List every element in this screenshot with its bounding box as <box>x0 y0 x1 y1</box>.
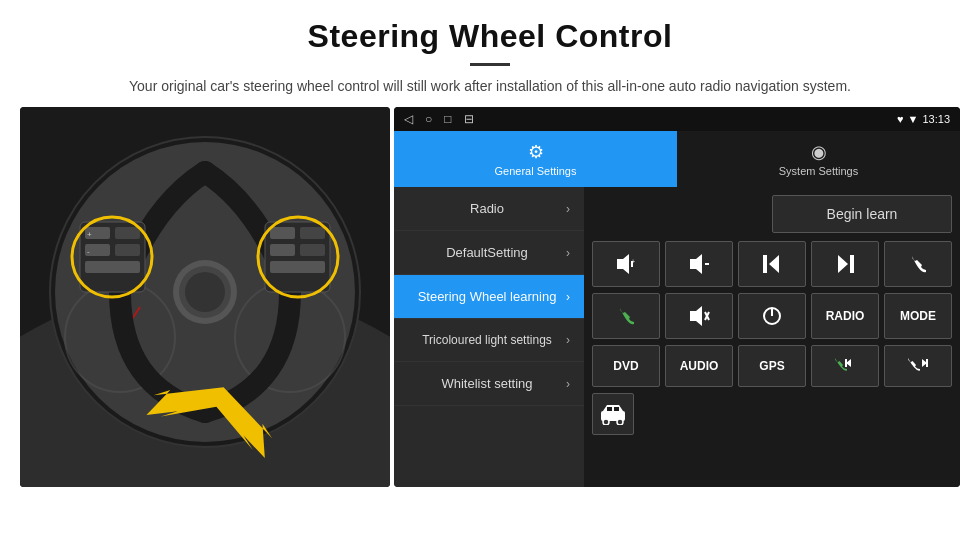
svg-rect-15 <box>85 261 140 273</box>
answer-button[interactable] <box>592 293 660 339</box>
tab-general-settings[interactable]: ⚙ General Settings <box>394 131 677 187</box>
svg-marker-34 <box>838 255 848 273</box>
nav-item-radio[interactable]: Radio › <box>394 187 584 231</box>
recents-icon: □ <box>444 112 451 126</box>
power-button[interactable] <box>738 293 806 339</box>
control-row-2: RADIO MODE <box>592 293 952 339</box>
audio-button[interactable]: AUDIO <box>665 345 733 387</box>
next-track-button[interactable] <box>811 241 879 287</box>
status-bar: ◁ ○ □ ⊟ ♥ ▼ 13:13 <box>394 107 960 131</box>
vol-down-button[interactable] <box>665 241 733 287</box>
home-icon: ○ <box>425 112 432 126</box>
svg-text:+: + <box>87 230 92 239</box>
prev-track-button[interactable] <box>738 241 806 287</box>
control-panel: Begin learn + <box>584 187 960 487</box>
tab-system-settings[interactable]: ◉ System Settings <box>677 131 960 187</box>
nav-item-steering[interactable]: Steering Wheel learning › <box>394 275 584 319</box>
gps-label: GPS <box>759 359 784 373</box>
nav-item-whitelist[interactable]: Whitelist setting › <box>394 362 584 406</box>
menu-icon: ⊟ <box>464 112 474 126</box>
time-display: 13:13 <box>922 113 950 125</box>
begin-learn-button[interactable]: Begin learn <box>772 195 952 233</box>
svg-rect-20 <box>300 227 325 239</box>
phone-next-button[interactable] <box>884 345 952 387</box>
svg-marker-36 <box>690 306 702 326</box>
nav-icons: ◁ ○ □ ⊟ <box>404 112 474 126</box>
tab-system-label: System Settings <box>779 165 858 177</box>
signal-icon: ▼ <box>908 113 919 125</box>
mute-button[interactable] <box>665 293 733 339</box>
svg-marker-27 <box>617 254 629 274</box>
title-divider <box>470 63 510 66</box>
tab-general-label: General Settings <box>495 165 577 177</box>
audio-label: AUDIO <box>680 359 719 373</box>
svg-rect-23 <box>270 261 325 273</box>
svg-rect-21 <box>270 244 295 256</box>
subtitle: Your original car's steering wheel contr… <box>60 76 920 97</box>
svg-rect-50 <box>614 407 619 411</box>
page-wrapper: Steering Wheel Control Your original car… <box>0 0 980 487</box>
svg-rect-14 <box>115 244 140 256</box>
chevron-icon: › <box>566 290 570 304</box>
dvd-button[interactable]: DVD <box>592 345 660 387</box>
phone-button[interactable] <box>884 241 952 287</box>
location-icon: ♥ <box>897 113 904 125</box>
svg-point-47 <box>603 419 609 425</box>
radio-label: RADIO <box>826 309 865 323</box>
svg-rect-49 <box>607 407 612 411</box>
svg-text:-: - <box>87 247 90 256</box>
content-area: + - ◁ <box>20 107 960 487</box>
back-icon: ◁ <box>404 112 413 126</box>
phone-prev-button[interactable] <box>811 345 879 387</box>
gps-button[interactable]: GPS <box>738 345 806 387</box>
tab-bar: ⚙ General Settings ◉ System Settings <box>394 131 960 187</box>
car-image-area: + - <box>20 107 390 487</box>
begin-learn-row: Begin learn <box>592 195 952 233</box>
svg-marker-32 <box>769 255 779 273</box>
nav-item-default[interactable]: DefaultSetting › <box>394 231 584 275</box>
chevron-icon: › <box>566 202 570 216</box>
nav-item-default-label: DefaultSetting <box>408 245 566 260</box>
nav-item-tricolour[interactable]: Tricoloured light settings › <box>394 319 584 362</box>
dvd-label: DVD <box>613 359 638 373</box>
svg-marker-46 <box>603 405 623 411</box>
svg-point-9 <box>185 272 225 312</box>
mode-text-button[interactable]: MODE <box>884 293 952 339</box>
bottom-row <box>592 393 952 435</box>
control-row-1: + <box>592 241 952 287</box>
svg-rect-12 <box>115 227 140 239</box>
svg-marker-30 <box>690 254 702 274</box>
device-ui: ◁ ○ □ ⊟ ♥ ▼ 13:13 ⚙ General Settings <box>394 107 960 487</box>
radio-text-button[interactable]: RADIO <box>811 293 879 339</box>
car-icon-button[interactable] <box>592 393 634 435</box>
chevron-icon: › <box>566 246 570 260</box>
svg-rect-19 <box>270 227 295 239</box>
nav-item-steering-label: Steering Wheel learning <box>408 289 566 304</box>
control-row-3: DVD AUDIO GPS <box>592 345 952 387</box>
svg-rect-44 <box>926 359 928 367</box>
page-title: Steering Wheel Control <box>60 18 920 55</box>
chevron-icon: › <box>566 377 570 391</box>
svg-rect-33 <box>763 255 767 273</box>
gear-icon: ⚙ <box>528 141 544 163</box>
chevron-icon: › <box>566 333 570 347</box>
svg-point-48 <box>617 419 623 425</box>
nav-menu: Radio › DefaultSetting › Steering Wheel … <box>394 187 584 487</box>
main-content: Radio › DefaultSetting › Steering Wheel … <box>394 187 960 487</box>
svg-rect-22 <box>300 244 325 256</box>
status-icons: ♥ ▼ 13:13 <box>897 113 950 125</box>
nav-item-whitelist-label: Whitelist setting <box>408 376 566 391</box>
svg-text:+: + <box>631 258 635 265</box>
vol-up-button[interactable]: + <box>592 241 660 287</box>
nav-item-radio-label: Radio <box>408 201 566 216</box>
svg-rect-42 <box>845 359 847 367</box>
svg-rect-35 <box>850 255 854 273</box>
nav-item-tricolour-label: Tricoloured light settings <box>408 333 566 347</box>
system-icon: ◉ <box>811 141 827 163</box>
mode-label: MODE <box>900 309 936 323</box>
top-section: Steering Wheel Control Your original car… <box>0 0 980 107</box>
